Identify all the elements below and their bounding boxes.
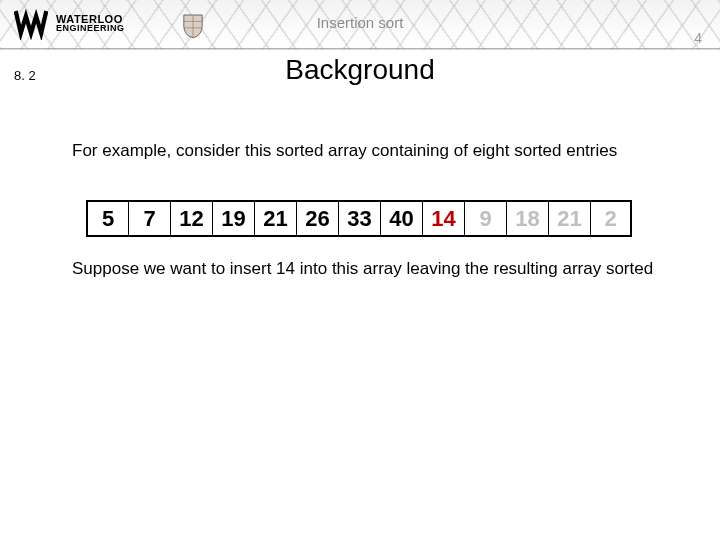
array-cell-insert: 14 [422, 200, 464, 237]
array-cell: 19 [212, 200, 254, 237]
array-cell: 26 [296, 200, 338, 237]
array-cell: 33 [338, 200, 380, 237]
slide-title: Background [0, 54, 720, 86]
array-cell: 40 [380, 200, 422, 237]
array-cell: 21 [254, 200, 296, 237]
array-cell-unsorted: 9 [464, 200, 506, 237]
header-divider [0, 48, 720, 50]
slide-topic: Insertion sort [0, 14, 720, 31]
array-cell-unsorted: 2 [590, 200, 632, 237]
array-cell: 5 [86, 200, 128, 237]
array-cell-unsorted: 18 [506, 200, 548, 237]
array-cell-unsorted: 21 [548, 200, 590, 237]
array-diagram: 5 7 12 19 21 26 33 40 14 9 18 21 2 [86, 200, 632, 237]
array-cell: 12 [170, 200, 212, 237]
array-cell: 7 [128, 200, 170, 237]
paragraph-1: For example, consider this sorted array … [72, 140, 672, 161]
page-number: 4 [694, 30, 702, 46]
paragraph-2: Suppose we want to insert 14 into this a… [72, 258, 672, 279]
